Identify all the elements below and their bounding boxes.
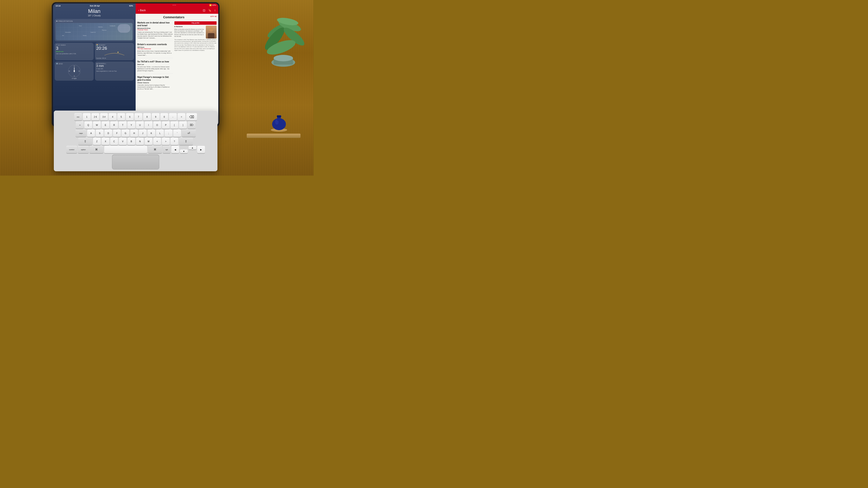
key-bracket-left[interactable]: [ (170, 121, 178, 129)
plant-svg (262, 4, 305, 69)
share-icon[interactable]: ⊡ (203, 9, 206, 12)
key-tab[interactable]: ⇥ (76, 121, 84, 129)
key-1[interactable]: 1 (83, 113, 91, 121)
bookmark-icon[interactable]: 🔖 (208, 9, 212, 12)
key-l[interactable]: L (156, 130, 164, 137)
key-cmd-right[interactable]: ⌘ (148, 146, 162, 153)
key-r[interactable]: R (110, 121, 118, 129)
key-m[interactable]: M (145, 138, 152, 145)
key-minus[interactable]: - (169, 113, 177, 121)
news-title-section: CITY 42 Commentators (137, 15, 217, 20)
key-a[interactable]: A (87, 130, 95, 137)
wooden-tray (247, 134, 301, 138)
city-temp-condition: 16° | Cloudy (53, 14, 135, 17)
key-6[interactable]: 6 (126, 113, 134, 121)
key-k[interactable]: K (148, 130, 155, 137)
key-x[interactable]: X (102, 138, 110, 145)
key-f[interactable]: F (113, 130, 121, 137)
key-spacebar[interactable] (104, 146, 147, 153)
key-bracket-right[interactable]: ] (179, 121, 187, 129)
key-i[interactable]: I (145, 121, 152, 129)
key-arrow-left[interactable]: ◀ (172, 146, 179, 153)
key-d[interactable]: D (104, 130, 112, 137)
back-button[interactable]: ‹ Back (138, 9, 146, 12)
person-body (208, 33, 214, 38)
article-tiktok[interactable]: So TikTok's evil? Show us how Dave Lee T… (137, 60, 173, 73)
uv-header: ☀ UV INDEX (56, 44, 92, 46)
news-nav-bar: ‹ Back ⊡ 🔖 ↑ (135, 7, 218, 14)
svg-text:4: 4 (73, 71, 75, 73)
chevron-left-icon: ‹ (138, 9, 139, 12)
key-caps[interactable]: caps (75, 130, 86, 137)
keyboard-row-1: esc 1 2 € 3 # 4 5 6 7 8 9 0 - = ⌫ (57, 113, 214, 121)
commentators-heading: Commentators (137, 15, 217, 19)
key-9[interactable]: 9 (152, 113, 159, 121)
key-backspace[interactable]: ⌫ (186, 113, 197, 121)
key-arrow-up[interactable]: ▲ (189, 146, 196, 150)
status-time: 13:14 (56, 5, 61, 7)
precipitation-map[interactable]: Pavia Cremona Castelgurdo Piacenza Aless… (56, 23, 133, 40)
key-0[interactable]: 0 (160, 113, 168, 121)
article-iran-israel[interactable]: Markets are in denial about Iran and Isr… (137, 21, 173, 41)
key-return[interactable]: ⏎ (182, 130, 196, 137)
key-comma[interactable]: < (153, 138, 161, 145)
key-u[interactable]: U (136, 121, 144, 129)
key-o[interactable]: O (153, 121, 161, 129)
uv-widget: ☀ UV INDEX 3 Moderate Use sun protection… (55, 43, 94, 60)
key-arrow-right[interactable]: ▶ (197, 146, 205, 153)
export-icon[interactable]: ↑ (214, 9, 216, 12)
news-content-area: CITY 42 Commentators Markets are in deni… (135, 14, 218, 125)
key-semicolon[interactable]: ; (165, 130, 173, 137)
key-g[interactable]: G (122, 130, 129, 137)
key-n[interactable]: N (136, 138, 144, 145)
wind-speed-label: 4 mph (56, 77, 92, 79)
key-shift-left[interactable]: ⇧ (79, 138, 92, 145)
map-label-alessandria: Alessandria (65, 32, 71, 33)
trackpad[interactable] (112, 155, 159, 169)
key-2[interactable]: 2 € (92, 113, 99, 121)
map-label-castel-san: Castel S.G. (90, 32, 96, 33)
city-profile-label: City profile (175, 21, 217, 25)
keyboard-row-4: ⇧ Z X C V B N M < > ? ⇧ (57, 138, 214, 145)
key-arrow-down[interactable]: ▼ (180, 150, 188, 153)
key-3[interactable]: 3 # (100, 113, 108, 121)
key-cmd-left[interactable]: ⌘ (90, 146, 103, 153)
key-v[interactable]: V (119, 138, 127, 145)
key-y[interactable]: Y (127, 121, 135, 129)
key-z[interactable]: Z (93, 138, 101, 145)
key-delete[interactable]: ⌦ (188, 121, 195, 129)
key-b[interactable]: B (127, 138, 135, 145)
key-q[interactable]: Q (84, 121, 92, 129)
key-period[interactable]: > (162, 138, 169, 145)
key-7[interactable]: 7 (134, 113, 142, 121)
article-britain[interactable]: Britain's economic overlords Will Dunn T… (137, 43, 173, 58)
key-quote[interactable]: ' (173, 130, 181, 137)
key-c[interactable]: C (110, 138, 118, 145)
article-author-tiktok: Dave Lee (137, 64, 173, 65)
key-option[interactable]: option (78, 146, 89, 153)
key-s[interactable]: S (96, 130, 103, 137)
key-w[interactable]: W (93, 121, 101, 129)
key-4[interactable]: 4 (109, 113, 117, 121)
key-control[interactable]: control (66, 146, 77, 153)
article-farage[interactable]: Nigel Farage's message to Sid: give it a… (137, 76, 173, 92)
person-silhouette (206, 26, 217, 38)
key-esc[interactable]: esc (74, 113, 82, 121)
key-slash[interactable]: ? (170, 138, 178, 145)
key-j[interactable]: J (139, 130, 147, 137)
key-e[interactable]: E (102, 121, 110, 129)
wind-header: 💨 WIND (56, 63, 92, 65)
key-opt-right[interactable]: opt (163, 146, 170, 153)
article-body-iran: Traders are behaving like "the frog is f… (137, 31, 173, 39)
key-p[interactable]: P (162, 121, 169, 129)
key-5[interactable]: 5 (117, 113, 125, 121)
svg-text:S: S (73, 75, 75, 77)
key-8[interactable]: 8 (143, 113, 151, 121)
article-source-iran: Financial Times (137, 29, 173, 31)
map-label-tortona: Tortona (83, 35, 87, 36)
key-t[interactable]: T (119, 121, 127, 129)
key-shift-right[interactable]: ⇧ (179, 138, 193, 145)
ipad-device: 13:14 Sun 28 Apr 63% Milan 16° | Cloudy … (52, 2, 220, 127)
key-equals[interactable]: = (178, 113, 185, 121)
key-h[interactable]: H (130, 130, 138, 137)
